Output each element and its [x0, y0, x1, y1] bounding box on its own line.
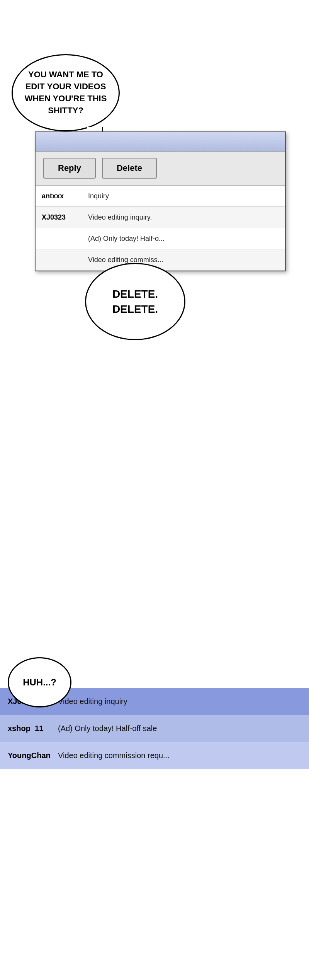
- speech-bubble-top-text: YOU WANT ME TO EDIT YOUR VIDEOS WHEN YOU…: [20, 69, 111, 116]
- email-row-4[interactable]: Video editing commiss...: [36, 249, 285, 271]
- bottom-email-row-2[interactable]: xshop_11 (Ad) Only today! Half-off sale: [0, 715, 309, 742]
- email-sender-2: XJ0323: [42, 213, 88, 222]
- speech-bubble-delete-text: DELETE. DELETE.: [94, 286, 177, 317]
- middle-section: [0, 425, 309, 657]
- bottom-sender-2: xshop_11: [8, 724, 58, 733]
- email-row-1[interactable]: antxxx Inquiry: [36, 186, 285, 207]
- bottom-subject-2: (Ad) Only today! Half-off sale: [58, 724, 157, 733]
- speech-bubble-top: YOU WANT ME TO EDIT YOUR VIDEOS WHEN YOU…: [12, 54, 120, 131]
- speech-bubble-huh-text: HUH...?: [23, 677, 56, 688]
- email-sender-1: antxxx: [42, 192, 88, 200]
- email-subject-1: Inquiry: [88, 192, 109, 200]
- reply-button[interactable]: Reply: [43, 158, 96, 179]
- bottom-section: HUH...? XJ0323 Video editing inquiry xsh…: [0, 688, 309, 769]
- speech-bubble-delete: DELETE. DELETE.: [85, 263, 185, 340]
- button-row: Reply Delete: [36, 152, 285, 186]
- inbox-panel: Reply Delete antxxx Inquiry XJ0323 Video…: [35, 131, 286, 271]
- email-subject-4: Video editing commiss...: [88, 256, 163, 264]
- email-subject-3: (Ad) Only today! Half-o...: [88, 235, 165, 243]
- bottom-subject-1: Video editing inquiry: [58, 697, 127, 706]
- bottom-email-row-3[interactable]: YoungChan Video editing commission requ.…: [0, 742, 309, 769]
- email-row-3[interactable]: (Ad) Only today! Half-o...: [36, 228, 285, 249]
- inbox-header: [36, 132, 285, 152]
- speech-bubble-huh: HUH...?: [8, 657, 71, 707]
- top-section: YOU WANT ME TO EDIT YOUR VIDEOS WHEN YOU…: [0, 0, 309, 425]
- email-subject-2: Video editing inquiry.: [88, 213, 152, 222]
- bottom-sender-3: YoungChan: [8, 751, 58, 760]
- email-row-2[interactable]: XJ0323 Video editing inquiry.: [36, 207, 285, 228]
- delete-button[interactable]: Delete: [102, 158, 157, 179]
- bottom-subject-3: Video editing commission requ...: [58, 751, 170, 760]
